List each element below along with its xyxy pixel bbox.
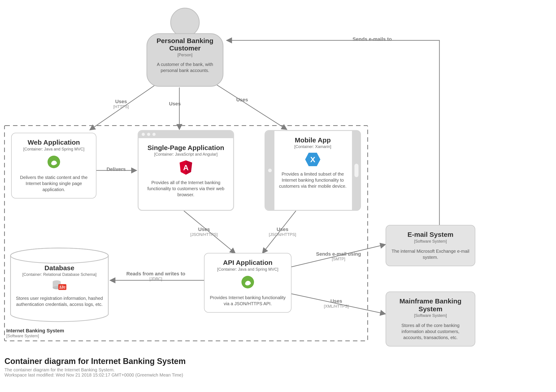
system-boundary-label: Internet Banking System [Software System… xyxy=(6,328,64,338)
external-email-system: E-mail System [Software System] The inte… xyxy=(386,225,475,266)
person-personal-banking-customer: Personal Banking Customer [Person] A cus… xyxy=(144,7,226,88)
mobile-left-bezel-icon xyxy=(265,131,274,210)
spring-icon xyxy=(17,155,91,170)
spa-title: Single-Page Application xyxy=(144,144,228,152)
svg-text:X: X xyxy=(310,155,316,164)
edge-person-spa: Uses xyxy=(162,101,188,107)
diagram-modified: Workspace last modified: Wed Nov 21 2018… xyxy=(5,372,186,378)
spa-meta: [Container: JavaScript and Angular] xyxy=(144,152,228,157)
person-title: Personal Banking Customer xyxy=(150,37,220,52)
container-api-application: API Application [Container: Java and Spr… xyxy=(204,253,292,313)
mobile-title: Mobile App xyxy=(277,136,348,144)
db-title: Database xyxy=(16,264,103,272)
xamarin-icon: X xyxy=(277,152,348,167)
browser-titlebar-icon xyxy=(139,131,233,138)
api-title: API Application xyxy=(210,259,286,267)
web-title: Web Application xyxy=(17,139,91,146)
mainframe-title: Mainframe Banking System xyxy=(391,297,470,313)
db-desc: Stores user registration information, ha… xyxy=(16,295,103,307)
mainframe-meta: [Software System] xyxy=(391,313,470,318)
diagram-description: The container diagram for the Internet B… xyxy=(5,367,186,372)
container-spa-frame: Single-Page Application [Container: Java… xyxy=(138,130,234,211)
container-mobile-frame: Mobile App [Container: Xamarin] X Provid… xyxy=(264,130,361,211)
db-meta: [Container: Relational Database Schema] xyxy=(16,272,103,277)
api-desc: Provides Internet banking functionality … xyxy=(210,295,286,307)
svg-text:A: A xyxy=(183,163,189,172)
web-meta: [Container: Java and Spring MVC] xyxy=(17,147,91,152)
mobile-desc: Provides a limited subset of the Interne… xyxy=(277,171,348,189)
mainframe-desc: Stores all of the core banking informati… xyxy=(391,322,470,341)
edge-api-db: Reads from and writes to [JDBC] xyxy=(124,271,187,282)
svg-text:12c: 12c xyxy=(59,285,66,289)
email-desc: The internal Microsoft Exchange e-mail s… xyxy=(391,248,470,260)
edge-person-mobile: Uses xyxy=(229,97,255,103)
edge-mobile-api: Uses [JSON/HTTPS] xyxy=(260,227,305,237)
email-title: E-mail System xyxy=(391,231,470,239)
container-database: Database [Container: Relational Database… xyxy=(9,247,110,323)
api-meta: [Container: Java and Spring MVC] xyxy=(210,267,286,272)
diagram-footer: Container diagram for Internet Banking S… xyxy=(5,357,186,378)
container-web-application: Web Application [Container: Java and Spr… xyxy=(11,133,96,198)
web-desc: Delivers the static content and the Inte… xyxy=(17,174,91,193)
external-mainframe-system: Mainframe Banking System [Software Syste… xyxy=(386,291,475,346)
oracle-icon: 12c xyxy=(16,279,103,292)
edge-api-mainframe: Uses [XML/HTTPS] xyxy=(312,298,361,309)
email-meta: [Software System] xyxy=(391,239,470,244)
angular-icon: A xyxy=(144,160,228,176)
spa-desc: Provides all of the Internet banking fun… xyxy=(144,180,228,198)
diagram-title: Container diagram for Internet Banking S… xyxy=(5,357,186,366)
edge-api-email: Sends e-mail using [SMTP] xyxy=(312,251,365,261)
edge-email-person: Sends e-mails to xyxy=(343,36,401,42)
edge-spa-api: Uses [JSON/HTTPS] xyxy=(182,227,226,237)
edge-person-web: Uses [HTTPS] xyxy=(105,99,137,109)
mobile-right-bezel-icon xyxy=(352,131,361,210)
person-desc: A customer of the bank, with personal ba… xyxy=(150,62,220,74)
person-meta: [Person] xyxy=(150,53,220,57)
mobile-meta: [Container: Xamarin] xyxy=(277,144,348,149)
svg-point-10 xyxy=(171,8,199,37)
edge-web-spa: Delivers xyxy=(100,166,132,172)
spring-icon xyxy=(210,275,286,290)
